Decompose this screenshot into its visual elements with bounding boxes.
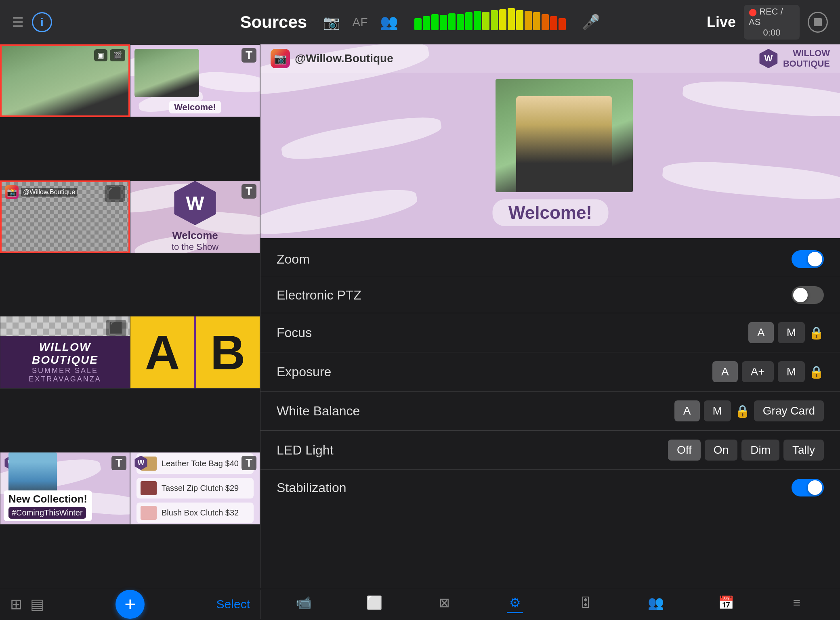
add-button[interactable]: + [116,590,145,619]
meter-bar [482,12,489,30]
tab-overlay[interactable]: 👥 [641,592,670,616]
wb-manual-btn[interactable]: M [704,400,731,421]
tab-camera[interactable]: 📹 [289,592,318,616]
meter-bar [499,9,506,30]
eptz-label: Electronic PTZ [277,288,361,303]
led-off-btn[interactable]: Off [668,440,701,461]
wb-graycard-btn[interactable]: Gray Card [754,400,824,421]
header-right: Live ⬤ REC / AS 0:00 [707,5,828,40]
stop-button[interactable] [808,12,828,33]
add-icon: + [124,593,136,615]
source-item-boutique[interactable]: WILLOW BOUTIQUE SUMMER SALE EXTRAVAGANZA… [0,316,130,389]
tab-scenes-underline [366,612,382,613]
grid-icon[interactable]: ⊞ [10,596,22,613]
wb-auto-btn[interactable]: A [674,400,700,421]
product-item-2: Tassel Zip Clutch $29 [136,478,254,499]
stab-control: Stabilization [277,479,824,496]
divider-6 [260,469,840,470]
tab-audio[interactable]: 🎛 [571,592,600,616]
exposure-auto-btn[interactable]: A [712,361,738,382]
exposure-manual-btn[interactable]: M [778,361,805,382]
header-center: Sources 📷 AF 👥 🎤 [133,13,707,32]
meter-bar [542,14,549,30]
led-tally-btn[interactable]: Tally [783,440,824,461]
microphone-icon[interactable]: 🎤 [582,14,600,31]
select-button[interactable]: Select [216,597,250,611]
tab-crop[interactable]: ⊠ [430,592,459,616]
source-type-badge: ▣ [94,49,107,61]
new-collection-title: New Collection! [8,493,87,505]
focus-auto-btn[interactable]: A [748,322,774,343]
header-icons: 📷 AF 👥 [323,14,398,31]
tab-more[interactable]: ≡ [782,592,811,616]
live-welcome-banner: Welcome! [492,199,608,226]
source-item-ab[interactable]: A B [130,316,260,389]
divider-2 [260,313,840,313]
eptz-toggle[interactable] [792,286,824,304]
controls-panel: Zoom Electronic PTZ Focus A M [260,238,840,588]
source-item-welcome-show[interactable]: W Welcome to the Show T [130,180,260,253]
focus-manual-btn[interactable]: M [778,322,805,343]
product-swatch-3 [141,506,157,520]
zoom-toggle[interactable] [792,250,824,268]
tab-schedule[interactable]: 📅 [712,592,741,616]
new-collection-t-badge: T [111,456,126,470]
instagram-handle: 📷 @Willow.Boutique [271,49,393,68]
stab-label: Stabilization [277,480,346,495]
menu-icon[interactable]: ☰ [12,15,24,30]
tab-crop-underline [437,612,453,613]
exposure-control: Exposure A A+ M 🔒 [277,361,824,382]
info-icon[interactable]: i [32,12,52,32]
willow-logo: W WILLOWBOUTIQUE [758,48,830,69]
exposure-aplus-btn[interactable]: A+ [742,361,774,382]
source-video-badge: 🎬 [110,49,125,61]
tab-settings-underline [507,612,523,613]
live-preview: 📷 @Willow.Boutique W WILLOWBOUTIQUE Welc… [260,44,840,238]
led-on-btn[interactable]: On [705,440,737,461]
tab-schedule-underline [718,612,734,613]
boutique-sub: SUMMER SALE EXTRAVAGANZA [8,367,122,383]
live-label: Live [707,14,736,31]
source-item-instagram[interactable]: 📸 @Willow.Boutique ⬛ [0,180,130,253]
right-panel: 📷 @Willow.Boutique W WILLOWBOUTIQUE Welc… [260,44,840,588]
exposure-label: Exposure [277,364,331,379]
source-item-camera[interactable]: ▣ 🎬 [0,44,130,117]
tab-scenes[interactable]: ⬜ [360,592,389,616]
source-item-new-collection[interactable]: W T New Collection! #ComingThisWinter [0,452,130,525]
stab-toggle[interactable] [792,479,824,496]
bottom-left-icons: ⊞ ▤ [10,596,44,613]
wb-control: White Balance A M 🔒 Gray Card [277,400,824,421]
sources-panel: ▣ 🎬 T Welcome! 📸 @Willow.Bout [0,44,260,588]
wb-lock-icon[interactable]: 🔒 [735,404,750,418]
live-preview-header: 📷 @Willow.Boutique W WILLOWBOUTIQUE [260,44,840,73]
led-dim-btn[interactable]: Dim [741,440,779,461]
tab-settings-icon: ⚙ [509,595,521,610]
meter-bar [414,18,422,30]
product-item-3: Blush Box Clutch $32 [136,503,254,523]
source-item-welcome[interactable]: T Welcome! [130,44,260,117]
exposure-lock-icon[interactable]: 🔒 [809,365,824,379]
willow-hex-logo: W [758,49,779,68]
person-icon[interactable]: 👥 [380,14,398,31]
divider-3 [260,352,840,352]
rec-badge: ⬤ REC / AS 0:00 [744,5,800,40]
af-button[interactable]: AF [352,15,368,29]
app-header: ☰ i Sources 📷 AF 👥 🎤 Live ⬤ REC / AS 0:0… [0,0,840,44]
focus-lock-icon[interactable]: 🔒 [809,326,824,340]
meter-bar [516,10,523,30]
instagram-logo: 📷 [271,49,290,68]
tab-crop-icon: ⊠ [439,595,450,610]
camera-icon[interactable]: 📷 [323,14,340,30]
source-camera-badges: ▣ 🎬 [94,49,125,61]
wb-label: White Balance [277,404,360,419]
ab-b-half: B [194,316,260,388]
tab-settings[interactable]: ⚙ [500,592,529,616]
boutique-name: WILLOW BOUTIQUE [8,341,122,367]
source-item-products[interactable]: W T Leather Tote Bag $40 Tassel Zip Clut… [130,452,260,525]
rec-time: 0:00 [763,27,781,38]
layout-icon[interactable]: ▤ [30,596,44,613]
products-t-badge: T [242,456,256,470]
meter-bar [491,10,498,30]
zoom-toggle-thumb [808,252,822,266]
tab-audio-underline [578,612,594,613]
